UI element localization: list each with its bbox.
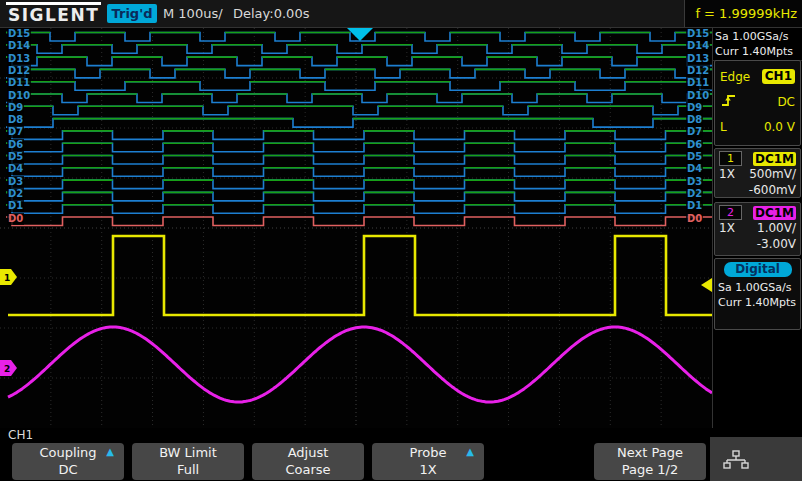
oscilloscope-screen: SIGLENT Trig'd M 100us/ Delay:0.00s f = … xyxy=(0,0,802,481)
digital-trace-d2 xyxy=(6,192,712,201)
digital-label-d10-right[interactable]: D10 xyxy=(686,90,710,102)
digital-trace-d0 xyxy=(6,217,712,226)
waveform-graticule: 12D15D15D14D14D13D13D12D12D11D11D10D10D9… xyxy=(0,28,712,428)
digital-label-d11-left[interactable]: D11 xyxy=(7,77,31,89)
channel1-info-box[interactable]: 1 DC1M 1X 500mV/ -600mV xyxy=(714,148,801,198)
trigger-coupling-value: DC xyxy=(777,95,795,109)
channel1-coupling-badge: DC1M xyxy=(753,152,796,166)
softkey-bw-limit[interactable]: BW LimitFull xyxy=(132,443,244,480)
channel2-offset: -3.00V xyxy=(719,237,796,252)
digital-label-d2-left[interactable]: D2 xyxy=(7,188,24,200)
softkey-next-page[interactable]: Next PagePage 1/2 xyxy=(594,443,706,480)
softkey-value: Coarse xyxy=(252,461,364,478)
digital-info-panel[interactable]: Digital Sa 1.00GSa/s Curr 1.40Mpts xyxy=(714,258,801,330)
digital-label-d15-left[interactable]: D15 xyxy=(7,28,31,40)
digital-trace-d4 xyxy=(6,168,712,177)
softkey-label: Adjust xyxy=(252,444,364,461)
softkey-label: BW Limit xyxy=(132,444,244,461)
digital-label-d3-right[interactable]: D3 xyxy=(686,176,703,188)
trigger-level-marker[interactable] xyxy=(701,278,712,292)
waveform-svg: 12 xyxy=(0,28,712,428)
digital-label-d0-left[interactable]: D0 xyxy=(7,213,24,225)
trigger-status-badge: Trig'd xyxy=(107,4,157,23)
trigger-level-label: L xyxy=(720,120,727,134)
digital-title-badge: Digital xyxy=(724,262,792,277)
trigger-mode-label: Edge xyxy=(720,70,750,84)
softkey-value: DC xyxy=(12,461,124,478)
digital-label-d15-right[interactable]: D15 xyxy=(686,28,710,40)
digital-label-d5-right[interactable]: D5 xyxy=(686,151,703,163)
digital-label-d14-right[interactable]: D14 xyxy=(686,40,710,52)
softkey-probe[interactable]: Probe1X▲ xyxy=(372,443,484,480)
channel2-coupling-badge: DC1M xyxy=(753,206,796,220)
channel2-scale: 1.00V/ xyxy=(757,221,796,236)
digital-label-d0-right[interactable]: D0 xyxy=(686,213,703,225)
digital-label-d13-left[interactable]: D13 xyxy=(7,53,31,65)
digital-traces xyxy=(6,33,712,226)
status-sidebar: Sa 1.00GSa/s Curr 1.40Mpts Edge CH1 DC L… xyxy=(712,28,802,428)
softkey-value: 1X xyxy=(372,461,484,478)
digital-label-d5-left[interactable]: D5 xyxy=(7,151,24,163)
delay-readout: Delay:0.00s xyxy=(233,6,309,21)
digital-label-d2-right[interactable]: D2 xyxy=(686,188,703,200)
digital-label-d14-left[interactable]: D14 xyxy=(7,40,31,52)
digital-label-d9-right[interactable]: D9 xyxy=(686,102,703,114)
digital-label-d7-right[interactable]: D7 xyxy=(686,126,703,138)
digital-label-d1-left[interactable]: D1 xyxy=(7,200,24,212)
digital-trace-d6 xyxy=(6,143,712,152)
digital-label-d10-left[interactable]: D10 xyxy=(7,90,31,102)
digital-label-d13-right[interactable]: D13 xyxy=(686,53,710,65)
digital-trace-d7 xyxy=(6,131,712,140)
digital-trace-d14 xyxy=(6,45,712,54)
svg-text:1: 1 xyxy=(4,273,10,283)
softkey-label: Next Page xyxy=(594,444,706,461)
analog-memory-depth: Curr 1.40Mpts xyxy=(715,44,802,59)
digital-trace-d11 xyxy=(6,82,712,91)
digital-trace-d10 xyxy=(6,94,712,103)
lan-status-panel xyxy=(710,437,802,481)
softkey-menu-bar: CH1 CouplingDC▲BW LimitFullAdjustCoarseP… xyxy=(0,428,802,481)
digital-label-d12-left[interactable]: D12 xyxy=(7,65,31,77)
softkey-value: Full xyxy=(132,461,244,478)
digital-trace-d8 xyxy=(6,119,712,128)
analog-sample-rate: Sa 1.00GSa/s xyxy=(715,29,802,44)
ch2-zero-marker[interactable]: 2 xyxy=(0,360,17,376)
trigger-position-marker[interactable] xyxy=(347,28,373,41)
digital-label-d4-right[interactable]: D4 xyxy=(686,163,703,175)
channel2-number: 2 xyxy=(719,205,742,220)
graticule-lines xyxy=(0,28,712,428)
digital-sample-rate: Sa 1.00GSa/s xyxy=(716,280,799,295)
softkey-expand-arrow-icon: ▲ xyxy=(466,446,474,457)
rising-edge-icon xyxy=(720,92,738,111)
brand-logo: SIGLENT xyxy=(6,2,101,26)
channel1-number: 1 xyxy=(719,151,742,166)
channel1-attenuation: 1X xyxy=(719,167,735,182)
menu-channel-label: CH1 xyxy=(8,428,33,442)
digital-label-d12-right[interactable]: D12 xyxy=(686,65,710,77)
digital-trace-d3 xyxy=(6,180,712,189)
digital-label-d7-left[interactable]: D7 xyxy=(7,126,24,138)
softkey-adjust[interactable]: AdjustCoarse xyxy=(252,443,364,480)
digital-label-d4-left[interactable]: D4 xyxy=(7,163,24,175)
trigger-source-badge: CH1 xyxy=(762,69,795,84)
trigger-info-panel[interactable]: Edge CH1 DC L 0.0 V xyxy=(714,60,801,146)
digital-memory-depth: Curr 1.40Mpts xyxy=(716,295,799,310)
ch1-zero-marker[interactable]: 1 xyxy=(0,269,17,285)
digital-trace-d5 xyxy=(6,156,712,165)
channel1-offset: -600mV xyxy=(719,183,796,198)
digital-label-d1-right[interactable]: D1 xyxy=(686,200,703,212)
digital-label-d8-right[interactable]: D8 xyxy=(686,114,703,126)
digital-trace-d1 xyxy=(6,205,712,214)
digital-label-d11-right[interactable]: D11 xyxy=(686,77,710,89)
channel1-scale: 500mV/ xyxy=(749,167,796,182)
analog-acquisition-info: Sa 1.00GSa/s Curr 1.40Mpts xyxy=(713,28,802,61)
digital-trace-d12 xyxy=(6,69,712,78)
timebase-readout: M 100us/ xyxy=(163,6,223,21)
channel2-info-box[interactable]: 2 DC1M 1X 1.00V/ -3.00V xyxy=(714,202,801,256)
digital-label-d6-right[interactable]: D6 xyxy=(686,139,703,151)
softkey-coupling[interactable]: CouplingDC▲ xyxy=(12,443,124,480)
digital-label-d3-left[interactable]: D3 xyxy=(7,176,24,188)
digital-label-d6-left[interactable]: D6 xyxy=(7,139,24,151)
digital-label-d8-left[interactable]: D8 xyxy=(7,114,24,126)
digital-label-d9-left[interactable]: D9 xyxy=(7,102,24,114)
